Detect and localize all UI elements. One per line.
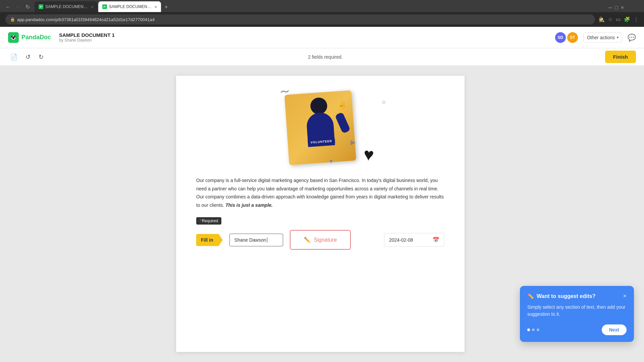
- doc-author: by Shane Dawson: [59, 38, 115, 43]
- chat-icon-button[interactable]: 💬: [628, 34, 636, 42]
- other-actions-label: Other actions: [587, 35, 615, 40]
- logo-icon: [8, 32, 19, 43]
- address-bar[interactable]: 🔒 app.pandadoc.com/p/b37361a01f39494824c…: [5, 14, 595, 24]
- tab2-close[interactable]: ×: [155, 4, 157, 9]
- popup-header: ✏️ Want to suggest edits? ×: [527, 293, 627, 300]
- popup-footer: Next: [527, 324, 627, 335]
- tab2-label: SAMPLE DOCUMENT 1 - Panda...: [109, 4, 153, 9]
- doc-info: SAMPLE DOCUMENT 1 by Shane Dawson: [59, 32, 115, 43]
- address-bar-row: 🔒 app.pandadoc.com/p/b37361a01f39494824c…: [0, 12, 644, 27]
- url-text: app.pandadoc.com/p/b37361a01f39494824cd2…: [17, 17, 155, 22]
- tab2-favicon: P: [102, 4, 107, 9]
- new-tab-button[interactable]: +: [162, 4, 170, 12]
- required-badge: * Required: [196, 217, 221, 225]
- date-input-field[interactable]: 2024-02-08 📅: [384, 233, 444, 247]
- pagination-dots: [527, 328, 539, 331]
- left-margin: [0, 66, 50, 362]
- popup-close-button[interactable]: ×: [623, 293, 627, 300]
- doc-page: 〜 ✦ VOLUNTEER ✌️ ♥ ▶ ◇: [176, 76, 465, 352]
- tab1-label: SAMPLE DOCUMENT 1 - Panda...: [45, 4, 89, 9]
- doc-image-area: 〜 ✦ VOLUNTEER ✌️ ♥ ▶ ◇: [196, 89, 444, 166]
- tab2[interactable]: P SAMPLE DOCUMENT 1 - Panda... ×: [98, 1, 161, 12]
- popup-title-text: Want to suggest edits?: [537, 293, 595, 299]
- toolbar: 📄 ↺ ↻ 2 fields required. Finish: [0, 48, 644, 66]
- avatar-sd[interactable]: SD: [555, 32, 566, 43]
- header-right: SD ST Other actions ▾ 💬: [555, 32, 636, 43]
- panda-logo-svg: [10, 35, 16, 41]
- close-window-button[interactable]: ×: [621, 5, 624, 11]
- sidebar-icon[interactable]: ▭: [616, 16, 621, 22]
- lock-icon: 🔒: [10, 17, 15, 22]
- name-input-value: Shane Dawson: [234, 237, 266, 243]
- back-button[interactable]: ←: [3, 3, 13, 11]
- finish-button[interactable]: Finish: [605, 51, 636, 63]
- browser-tab-bar: ← → ↻ P SAMPLE DOCUMENT 1 - Panda... × P…: [0, 0, 644, 12]
- tab1-favicon: P: [39, 4, 43, 9]
- redo-button[interactable]: ↻: [37, 52, 46, 62]
- heart-decoration: ♥: [363, 144, 375, 165]
- dot-3: [537, 328, 539, 331]
- required-asterisk: *: [200, 219, 201, 223]
- tab1[interactable]: P SAMPLE DOCUMENT 1 - Panda... ×: [35, 1, 98, 12]
- refresh-button[interactable]: ↻: [23, 3, 32, 11]
- doc-icon-button[interactable]: 📄: [8, 52, 19, 62]
- peace-fingers: ✌️: [337, 101, 347, 110]
- signature-edit-icon: ✏️: [304, 237, 311, 243]
- deco-diamond: ◇: [382, 99, 386, 105]
- form-row: Fill in Shane Dawson ✏️ Signature 2024-0…: [196, 230, 444, 250]
- person-arm-right: [335, 112, 351, 134]
- other-actions-button[interactable]: Other actions ▾: [583, 33, 622, 43]
- star-icon[interactable]: ☆: [608, 16, 612, 22]
- volunteer-card: VOLUNTEER ✌️: [284, 90, 356, 165]
- signature-label: Signature: [314, 237, 337, 243]
- popup-body-text: Simply select any section of text, then …: [527, 304, 627, 318]
- logo-text: PandaDoc: [21, 34, 51, 41]
- text-cursor: [267, 237, 267, 243]
- forward-button[interactable]: →: [13, 3, 23, 11]
- suggest-edits-popup: ✏️ Want to suggest edits? × Simply selec…: [520, 286, 634, 342]
- calendar-icon: 📅: [433, 237, 439, 243]
- svg-point-5: [14, 36, 15, 37]
- pandadoc-logo[interactable]: PandaDoc: [8, 32, 51, 43]
- deco-arrow-left: ▶: [351, 138, 356, 146]
- svg-point-3: [12, 37, 14, 39]
- svg-point-4: [12, 36, 13, 37]
- nav-controls[interactable]: ← → ↻: [3, 3, 32, 12]
- dot-1: [527, 328, 530, 331]
- next-button[interactable]: Next: [602, 324, 627, 335]
- incognito-icon: 🕵: [598, 16, 605, 22]
- name-input-field[interactable]: Shane Dawson: [229, 234, 283, 246]
- dot-2: [532, 328, 535, 331]
- extensions-icon[interactable]: 🧩: [624, 16, 630, 22]
- fill-in-label: Fill in: [201, 237, 213, 243]
- avatar-group: SD ST: [555, 32, 578, 43]
- deco-bottom-arrow: ▼: [328, 159, 334, 165]
- person-head: [310, 97, 328, 115]
- required-label: Required: [202, 219, 218, 223]
- more-options-icon[interactable]: ⋮: [634, 16, 639, 22]
- minimize-button[interactable]: ─: [608, 5, 612, 11]
- fields-required-text: 2 fields required.: [50, 54, 601, 60]
- window-controls[interactable]: ─ □ ×: [608, 5, 624, 12]
- app-header: PandaDoc SAMPLE DOCUMENT 1 by Shane Daws…: [0, 27, 644, 48]
- undo-button[interactable]: ↺: [23, 52, 33, 62]
- doc-body-paragraph: Our company is a full-service digital ma…: [196, 176, 444, 209]
- pencil-icon: ✏️: [527, 293, 534, 299]
- fill-in-button[interactable]: Fill in: [196, 234, 218, 246]
- date-value: 2024-02-08: [389, 237, 413, 243]
- popup-title: ✏️ Want to suggest edits?: [527, 293, 595, 299]
- tab1-close[interactable]: ×: [91, 4, 94, 9]
- maximize-button[interactable]: □: [615, 5, 618, 11]
- avatar-st[interactable]: ST: [567, 32, 578, 43]
- doc-title: SAMPLE DOCUMENT 1: [59, 32, 115, 38]
- chevron-down-icon: ▾: [617, 36, 619, 39]
- doc-scroll-area[interactable]: 〜 ✦ VOLUNTEER ✌️ ♥ ▶ ◇: [50, 66, 590, 362]
- fill-in-arrow: [218, 233, 223, 247]
- doc-italic-text: This is just a sample.: [225, 202, 273, 208]
- signature-field[interactable]: ✏️ Signature: [290, 230, 351, 250]
